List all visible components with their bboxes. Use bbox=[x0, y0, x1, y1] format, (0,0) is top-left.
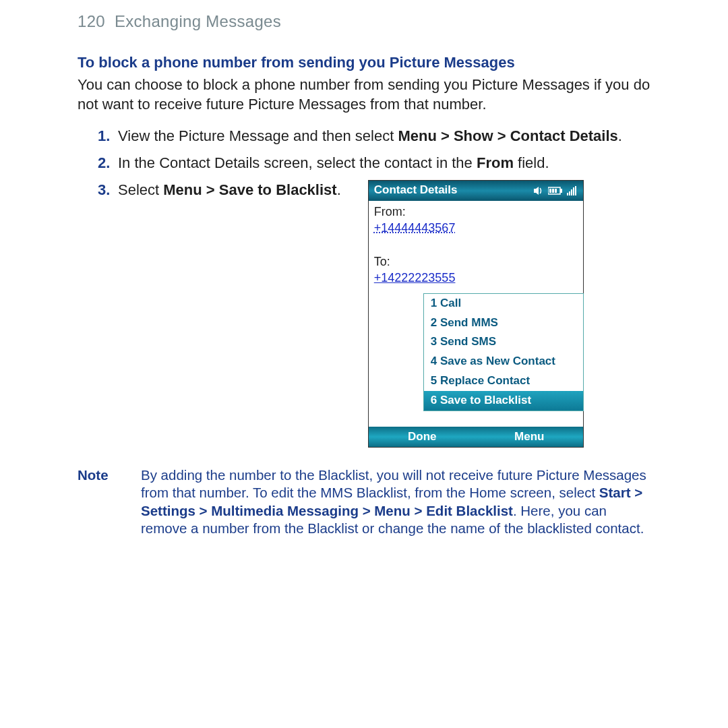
manual-page: 120 Exchanging Messages To block a phone… bbox=[0, 0, 728, 538]
note-label: Note bbox=[78, 466, 118, 539]
svg-rect-7 bbox=[571, 189, 572, 195]
svg-rect-8 bbox=[573, 187, 574, 195]
step-1-number: 1. bbox=[98, 126, 118, 146]
signal-icon bbox=[567, 186, 578, 195]
page-header: 120 Exchanging Messages bbox=[78, 12, 650, 31]
step-3-body: Select Menu > Save to Blacklist. Contact… bbox=[118, 180, 650, 448]
from-number[interactable]: +14444443567 bbox=[374, 220, 578, 236]
svg-rect-1 bbox=[560, 189, 562, 193]
status-icons bbox=[533, 186, 578, 195]
svg-rect-5 bbox=[567, 193, 568, 195]
note-body: By adding the number to the Blacklist, y… bbox=[141, 466, 650, 539]
to-label: To: bbox=[374, 253, 578, 270]
menu-item-save-to-blacklist[interactable]: 6 Save to Blacklist bbox=[424, 391, 583, 411]
chapter-title: Exchanging Messages bbox=[115, 12, 281, 30]
svg-rect-4 bbox=[555, 189, 557, 193]
step-2-number: 2. bbox=[98, 153, 118, 173]
phone-menu-area: 1 Call 2 Send MMS 3 Send SMS 4 Save as N… bbox=[369, 305, 583, 427]
step-list: 1. View the Picture Message and then sel… bbox=[98, 126, 650, 447]
menu-item-replace-contact[interactable]: 5 Replace Contact bbox=[424, 371, 583, 391]
to-number[interactable]: +14222223555 bbox=[374, 270, 578, 286]
step-2-body: In the Contact Details screen, select th… bbox=[118, 153, 650, 173]
svg-rect-6 bbox=[569, 191, 570, 195]
menu-item-call[interactable]: 1 Call bbox=[424, 294, 583, 313]
softkey-done[interactable]: Done bbox=[369, 427, 476, 447]
svg-rect-3 bbox=[552, 189, 554, 193]
softkey-bar: Done Menu bbox=[369, 427, 583, 447]
menu-item-send-mms[interactable]: 2 Send MMS bbox=[424, 313, 583, 333]
from-label: From: bbox=[374, 204, 578, 220]
step-1-body: View the Picture Message and then select… bbox=[118, 126, 650, 146]
menu-item-send-sms[interactable]: 3 Send SMS bbox=[424, 332, 583, 352]
softkey-menu[interactable]: Menu bbox=[476, 427, 583, 447]
context-menu: 1 Call 2 Send MMS 3 Send SMS 4 Save as N… bbox=[423, 293, 584, 412]
section-title: To block a phone number from sending you… bbox=[78, 54, 650, 71]
svg-rect-9 bbox=[575, 186, 576, 195]
page-number: 120 bbox=[78, 12, 105, 30]
note-block: Note By adding the number to the Blackli… bbox=[78, 466, 650, 539]
step-3-number: 3. bbox=[98, 180, 118, 448]
step-2: 2. In the Contact Details screen, select… bbox=[98, 153, 650, 173]
battery-icon bbox=[548, 187, 563, 195]
phone-title: Contact Details bbox=[374, 183, 533, 198]
step-3: 3. Select Menu > Save to Blacklist. Cont… bbox=[98, 180, 650, 448]
step-1: 1. View the Picture Message and then sel… bbox=[98, 126, 650, 146]
intro-paragraph: You can choose to block a phone number f… bbox=[78, 75, 650, 114]
step-3-text: Select Menu > Save to Blacklist. bbox=[118, 180, 341, 200]
speaker-icon bbox=[533, 186, 544, 195]
menu-item-save-new-contact[interactable]: 4 Save as New Contact bbox=[424, 352, 583, 371]
svg-rect-2 bbox=[549, 189, 551, 193]
phone-screenshot: Contact Details From: +14444443567 To: +… bbox=[368, 180, 584, 448]
phone-titlebar: Contact Details bbox=[369, 181, 583, 201]
phone-content: From: +14444443567 To: +14222223555 bbox=[369, 201, 583, 305]
